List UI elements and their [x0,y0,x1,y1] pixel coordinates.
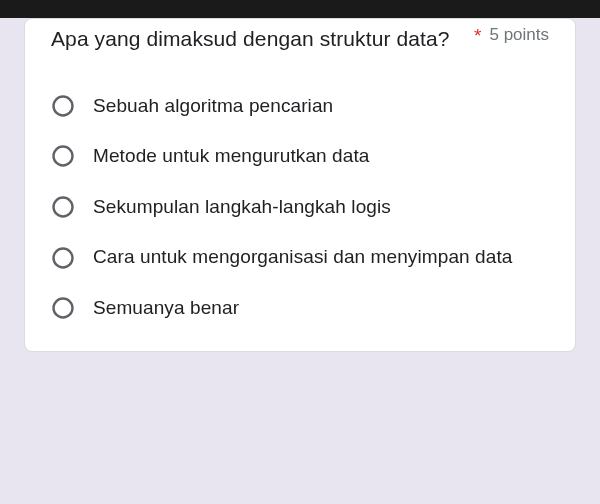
option-row[interactable]: Cara untuk mengorganisasi dan menyimpan … [51,232,549,283]
question-text: Apa yang dimaksud dengan struktur data? [51,23,464,55]
options-group: Sebuah algoritma pencarian Metode untuk … [51,81,549,334]
svg-point-4 [54,299,73,318]
option-label: Sekumpulan langkah-langkah logis [93,194,391,221]
required-indicator: * [474,23,481,50]
option-label: Sebuah algoritma pencarian [93,93,333,120]
svg-point-2 [54,197,73,216]
option-label: Semuanya benar [93,295,239,322]
radio-unchecked-icon [51,195,75,219]
svg-point-1 [54,147,73,166]
question-card: Apa yang dimaksud dengan struktur data? … [24,18,576,352]
question-header: Apa yang dimaksud dengan struktur data? … [51,19,549,55]
radio-unchecked-icon [51,246,75,270]
option-row[interactable]: Semuanya benar [51,283,549,334]
svg-point-0 [54,96,73,115]
option-row[interactable]: Sebuah algoritma pencarian [51,81,549,132]
option-row[interactable]: Metode untuk mengurutkan data [51,131,549,182]
option-label: Cara untuk mengorganisasi dan menyimpan … [93,244,512,271]
radio-unchecked-icon [51,144,75,168]
radio-unchecked-icon [51,94,75,118]
svg-point-3 [54,248,73,267]
option-label: Metode untuk mengurutkan data [93,143,369,170]
radio-unchecked-icon [51,296,75,320]
points-label: 5 points [489,23,549,47]
option-row[interactable]: Sekumpulan langkah-langkah logis [51,182,549,233]
top-bar [0,0,600,18]
